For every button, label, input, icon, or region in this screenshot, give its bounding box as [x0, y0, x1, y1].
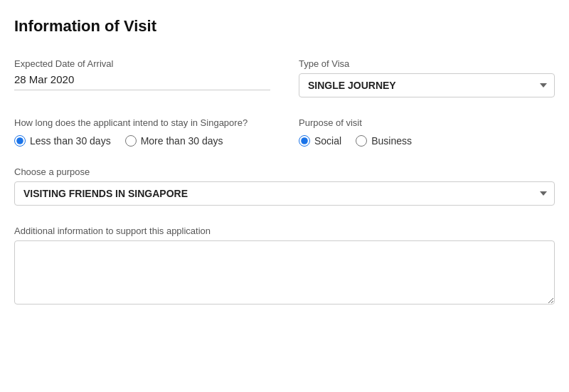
choose-purpose-group: Choose a purpose VISITING FRIENDS IN SIN… — [14, 166, 555, 206]
purpose-of-visit-label: Purpose of visit — [299, 117, 555, 128]
purpose-business-option[interactable]: Business — [356, 135, 412, 147]
stay-more30-radio[interactable] — [125, 135, 137, 147]
stay-less30-label: Less than 30 days — [30, 135, 111, 147]
purpose-business-radio[interactable] — [356, 135, 367, 147]
purpose-social-label: Social — [314, 135, 341, 147]
purpose-of-visit-group: Purpose of visit Social Business — [299, 117, 555, 147]
stay-duration-group: How long does the applicant intend to st… — [14, 117, 270, 147]
additional-info-group: Additional information to support this a… — [14, 226, 555, 307]
additional-info-label: Additional information to support this a… — [14, 226, 555, 236]
expected-date-value: 28 Mar 2020 — [14, 73, 270, 90]
purpose-options: Social Business — [299, 135, 555, 147]
stay-less30-radio[interactable] — [14, 135, 26, 147]
type-of-visa-label: Type of Visa — [299, 58, 555, 69]
choose-purpose-select[interactable]: VISITING FRIENDS IN SINGAPORE TOURISM BU… — [14, 181, 555, 206]
purpose-business-label: Business — [371, 135, 412, 147]
expected-date-label: Expected Date of Arrival — [14, 58, 270, 69]
stay-more30-label: More than 30 days — [141, 135, 223, 147]
stay-more30-option[interactable]: More than 30 days — [125, 135, 223, 147]
type-of-visa-select[interactable]: SINGLE JOURNEY MULTIPLE JOURNEY — [299, 73, 555, 97]
expected-date-group: Expected Date of Arrival 28 Mar 2020 — [14, 58, 270, 97]
additional-info-textarea[interactable] — [14, 240, 555, 304]
type-of-visa-group: Type of Visa SINGLE JOURNEY MULTIPLE JOU… — [299, 58, 555, 97]
choose-purpose-label: Choose a purpose — [14, 166, 555, 177]
stay-duration-question: How long does the applicant intend to st… — [14, 117, 270, 128]
stay-less30-option[interactable]: Less than 30 days — [14, 135, 111, 147]
page-title: Information of Visit — [14, 17, 555, 36]
purpose-social-radio[interactable] — [299, 135, 310, 147]
stay-duration-options: Less than 30 days More than 30 days — [14, 135, 270, 147]
purpose-social-option[interactable]: Social — [299, 135, 341, 147]
